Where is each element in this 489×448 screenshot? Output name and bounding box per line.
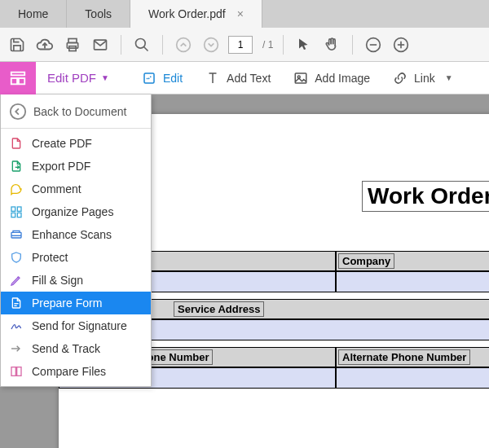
- tool-fill-sign[interactable]: Fill & Sign: [1, 269, 151, 292]
- tab-file[interactable]: Work Order.pdf ×: [130, 0, 262, 28]
- main-toolbar: 1 / 1: [0, 28, 489, 62]
- shield-icon: [9, 250, 24, 265]
- send-icon: [9, 341, 24, 356]
- toolbar-separator: [352, 35, 353, 55]
- comment-icon: [9, 182, 24, 196]
- toolbar-separator: [121, 35, 121, 55]
- back-to-document-button[interactable]: Back to Document: [1, 94, 151, 129]
- tabs-empty: [262, 0, 489, 28]
- svg-rect-21: [17, 207, 21, 211]
- edit-toolbar: Edit PDF ▼ Edit Add Text Add Image Link …: [0, 62, 489, 94]
- zoom-in-icon[interactable]: [390, 34, 412, 55]
- tools-panel: Back to Document Create PDF Export PDF C…: [0, 94, 152, 387]
- field-alternate-phone[interactable]: [336, 367, 489, 389]
- tool-label: Organize Pages: [32, 205, 113, 218]
- form-title[interactable]: Work Order: [362, 181, 489, 212]
- tool-label: Compare Files: [32, 365, 106, 378]
- page-total: / 1: [262, 39, 273, 51]
- svg-rect-29: [11, 367, 15, 376]
- cloud-upload-icon[interactable]: [34, 34, 55, 55]
- scanner-icon: [9, 227, 24, 242]
- tool-enhance-scans[interactable]: Enhance Scans: [1, 223, 151, 246]
- form-icon: [9, 296, 24, 310]
- tab-tools[interactable]: Tools: [67, 0, 130, 28]
- field-company[interactable]: [336, 271, 489, 292]
- add-text-button[interactable]: Add Text: [194, 62, 282, 94]
- save-icon[interactable]: [7, 34, 28, 55]
- tabs-bar: Home Tools Work Order.pdf ×: [0, 0, 489, 28]
- tool-export-pdf[interactable]: Export PDF: [1, 155, 151, 178]
- link-button[interactable]: Link ▼: [381, 62, 465, 94]
- pen-icon: [9, 273, 24, 288]
- svg-point-4: [136, 38, 146, 48]
- svg-point-6: [177, 37, 191, 51]
- svg-rect-17: [296, 73, 307, 83]
- svg-line-5: [144, 46, 148, 51]
- tool-compare-files[interactable]: Compare Files: [1, 360, 151, 383]
- edit-pdf-label: Edit PDF: [47, 71, 96, 85]
- chevron-down-icon: ▼: [445, 73, 453, 82]
- svg-point-7: [205, 37, 218, 51]
- tool-label: Protect: [32, 251, 68, 264]
- toolbar-separator: [283, 35, 284, 55]
- grid-icon: [9, 204, 24, 219]
- tool-create-pdf[interactable]: Create PDF: [1, 132, 151, 155]
- print-icon[interactable]: [62, 34, 83, 55]
- toolbar-separator: [162, 35, 163, 55]
- signature-icon: [9, 318, 24, 333]
- svg-rect-30: [17, 367, 21, 376]
- tool-label: Enhance Scans: [32, 228, 112, 241]
- tool-label: Create PDF: [32, 137, 92, 150]
- close-icon[interactable]: ×: [237, 7, 244, 20]
- tool-prepare-form[interactable]: Prepare Form: [1, 292, 151, 314]
- edit-label: Edit: [163, 72, 183, 85]
- hand-icon[interactable]: [321, 34, 342, 55]
- svg-rect-15: [19, 78, 24, 84]
- tool-label: Export PDF: [32, 160, 90, 173]
- tool-label: Fill & Sign: [32, 274, 83, 287]
- tool-label: Comment: [32, 182, 82, 195]
- tool-protect[interactable]: Protect: [1, 246, 151, 269]
- file-export-icon: [9, 159, 24, 173]
- tool-organize-pages[interactable]: Organize Pages: [1, 200, 151, 223]
- svg-point-19: [11, 103, 25, 118]
- add-image-label: Add Image: [315, 72, 370, 85]
- field-label-alternate-phone[interactable]: Alternate Phone Number: [338, 349, 470, 365]
- search-icon[interactable]: [131, 34, 152, 55]
- page-down-icon[interactable]: [200, 34, 222, 55]
- mail-icon[interactable]: [90, 34, 111, 55]
- tool-label: Send for Signature: [32, 319, 127, 332]
- file-plus-icon: [9, 136, 24, 151]
- add-image-button[interactable]: Add Image: [282, 62, 381, 94]
- chevron-down-icon: ▼: [101, 73, 109, 82]
- field-label-company[interactable]: Company: [338, 253, 394, 269]
- page-number-input[interactable]: 1: [228, 36, 253, 54]
- zoom-out-icon[interactable]: [363, 34, 384, 55]
- tab-home[interactable]: Home: [0, 0, 67, 28]
- tool-send-signature[interactable]: Send for Signature: [1, 314, 151, 337]
- tab-label: Home: [18, 7, 48, 20]
- tool-comment[interactable]: Comment: [1, 178, 151, 200]
- edit-pdf-dropdown[interactable]: Edit PDF ▼: [36, 71, 121, 85]
- tools-list: Create PDF Export PDF Comment Organize P…: [1, 129, 151, 386]
- panel-toggle-button[interactable]: [0, 62, 36, 94]
- tool-send-track[interactable]: Send & Track: [1, 337, 151, 360]
- tab-label: Work Order.pdf: [148, 7, 226, 20]
- svg-rect-20: [11, 207, 15, 211]
- page-up-icon[interactable]: [173, 34, 194, 55]
- edit-button[interactable]: Edit: [130, 62, 194, 94]
- svg-rect-14: [11, 78, 17, 84]
- tool-label: Prepare Form: [32, 296, 102, 310]
- svg-rect-13: [11, 72, 25, 75]
- svg-rect-22: [11, 213, 15, 217]
- field-label-service-address[interactable]: Service Address: [174, 301, 264, 317]
- back-label: Back to Document: [33, 105, 126, 118]
- svg-rect-23: [17, 213, 21, 217]
- pointer-icon[interactable]: [293, 34, 315, 55]
- link-label: Link: [414, 72, 435, 85]
- tool-label: Send & Track: [32, 342, 100, 355]
- add-text-label: Add Text: [227, 72, 271, 85]
- tab-label: Tools: [85, 7, 112, 20]
- compare-icon: [9, 364, 24, 379]
